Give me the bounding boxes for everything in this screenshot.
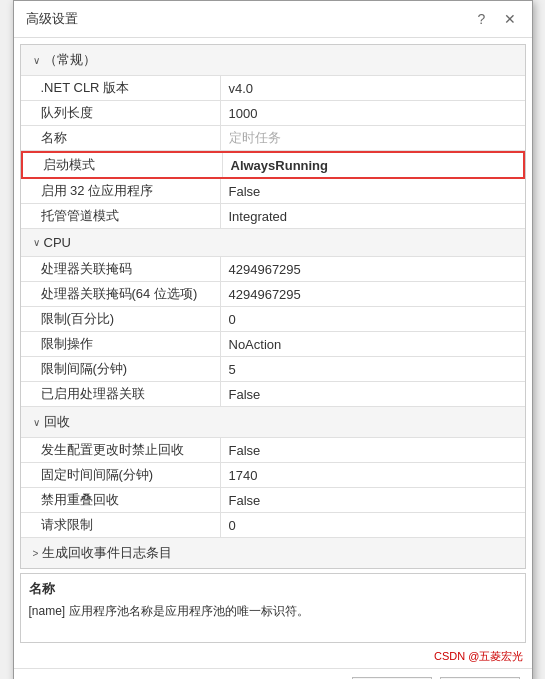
advanced-settings-dialog: 高级设置 ? ✕ ∨ （常规） .NET CLR 版本v4.0队列长度1000名… <box>13 0 533 679</box>
property-grid[interactable]: ∨ （常规） .NET CLR 版本v4.0队列长度1000名称定时任务启动模式… <box>20 44 526 569</box>
prop-row-recycle-3[interactable]: 请求限制0 <box>21 513 525 538</box>
prop-row-normal-2[interactable]: 名称定时任务 <box>21 126 525 151</box>
prop-value-cpu-2: 0 <box>221 307 525 331</box>
section-header-normal[interactable]: ∨ （常规） <box>21 45 525 76</box>
prop-value-recycle-1: 1740 <box>221 463 525 487</box>
button-bar: 确定 取消 <box>14 668 532 679</box>
prop-name-recycle-0: 发生配置更改时禁止回收 <box>21 438 221 462</box>
prop-name-recycle-2: 禁用重叠回收 <box>21 488 221 512</box>
prop-row-cpu-5[interactable]: 已启用处理器关联False <box>21 382 525 407</box>
prop-row-cpu-0[interactable]: 处理器关联掩码4294967295 <box>21 257 525 282</box>
prop-row-cpu-2[interactable]: 限制(百分比)0 <box>21 307 525 332</box>
prop-row-normal-1[interactable]: 队列长度1000 <box>21 101 525 126</box>
section-label-cpu: CPU <box>44 235 71 250</box>
prop-name-normal-0: .NET CLR 版本 <box>21 76 221 100</box>
prop-name-normal-1: 队列长度 <box>21 101 221 125</box>
watermark: CSDN @五菱宏光 <box>14 649 532 668</box>
prop-row-normal-0[interactable]: .NET CLR 版本v4.0 <box>21 76 525 101</box>
toggle-icon-normal: ∨ <box>33 55 40 66</box>
prop-name-cpu-3: 限制操作 <box>21 332 221 356</box>
toggle-icon-cpu: ∨ <box>33 237 40 248</box>
prop-value-recycle-3: 0 <box>221 513 525 537</box>
prop-value-cpu-0: 4294967295 <box>221 257 525 281</box>
prop-row-normal-4[interactable]: 启用 32 位应用程序False <box>21 179 525 204</box>
prop-name-normal-5: 托管管道模式 <box>21 204 221 228</box>
help-button[interactable]: ? <box>472 9 492 29</box>
close-button[interactable]: ✕ <box>500 9 520 29</box>
toggle-icon-recycle: ∨ <box>33 417 40 428</box>
title-bar: 高级设置 ? ✕ <box>14 1 532 38</box>
prop-value-normal-4: False <box>221 179 525 203</box>
prop-row-normal-5[interactable]: 托管管道模式Integrated <box>21 204 525 229</box>
description-area: 名称 [name] 应用程序池名称是应用程序池的唯一标识符。 <box>20 573 526 643</box>
prop-name-normal-2: 名称 <box>21 126 221 150</box>
prop-row-cpu-3[interactable]: 限制操作NoAction <box>21 332 525 357</box>
prop-name-cpu-2: 限制(百分比) <box>21 307 221 331</box>
section-header-cpu[interactable]: ∨ CPU <box>21 229 525 257</box>
prop-name-cpu-1: 处理器关联掩码(64 位选项) <box>21 282 221 306</box>
prop-value-cpu-3: NoAction <box>221 332 525 356</box>
section-header-recycle[interactable]: ∨ 回收 <box>21 407 525 438</box>
prop-name-cpu-5: 已启用处理器关联 <box>21 382 221 406</box>
description-title: 名称 <box>29 580 517 598</box>
prop-name-normal-4: 启用 32 位应用程序 <box>21 179 221 203</box>
prop-value-cpu-1: 4294967295 <box>221 282 525 306</box>
prop-value-normal-0: v4.0 <box>221 76 525 100</box>
prop-name-normal-3: 启动模式 <box>23 153 223 177</box>
section-label-normal: （常规） <box>44 51 96 69</box>
prop-value-recycle-0: False <box>221 438 525 462</box>
prop-value-recycle-2: False <box>221 488 525 512</box>
prop-value-normal-1: 1000 <box>221 101 525 125</box>
prop-value-cpu-4: 5 <box>221 357 525 381</box>
prop-row-recycle-1[interactable]: 固定时间间隔(分钟)1740 <box>21 463 525 488</box>
prop-name-cpu-0: 处理器关联掩码 <box>21 257 221 281</box>
content-area: ∨ （常规） .NET CLR 版本v4.0队列长度1000名称定时任务启动模式… <box>14 38 532 649</box>
prop-value-normal-3: AlwaysRunning <box>223 153 523 177</box>
description-text: [name] 应用程序池名称是应用程序池的唯一标识符。 <box>29 602 517 620</box>
title-bar-buttons: ? ✕ <box>472 9 520 29</box>
prop-row-normal-3[interactable]: 启动模式AlwaysRunning <box>21 151 525 179</box>
prop-name-recycle-1: 固定时间间隔(分钟) <box>21 463 221 487</box>
prop-row-recycle-0[interactable]: 发生配置更改时禁止回收False <box>21 438 525 463</box>
prop-name-cpu-4: 限制间隔(分钟) <box>21 357 221 381</box>
toggle-icon-log: > <box>33 548 39 559</box>
prop-name-recycle-3: 请求限制 <box>21 513 221 537</box>
section-header-log[interactable]: > 生成回收事件日志条目 <box>21 538 525 568</box>
prop-row-cpu-1[interactable]: 处理器关联掩码(64 位选项)4294967295 <box>21 282 525 307</box>
prop-value-normal-5: Integrated <box>221 204 525 228</box>
prop-value-cpu-5: False <box>221 382 525 406</box>
section-label-log: 生成回收事件日志条目 <box>42 544 172 562</box>
prop-row-recycle-2[interactable]: 禁用重叠回收False <box>21 488 525 513</box>
prop-row-cpu-4[interactable]: 限制间隔(分钟)5 <box>21 357 525 382</box>
prop-value-normal-2: 定时任务 <box>221 126 525 150</box>
section-label-recycle: 回收 <box>44 413 70 431</box>
dialog-title: 高级设置 <box>26 10 78 28</box>
